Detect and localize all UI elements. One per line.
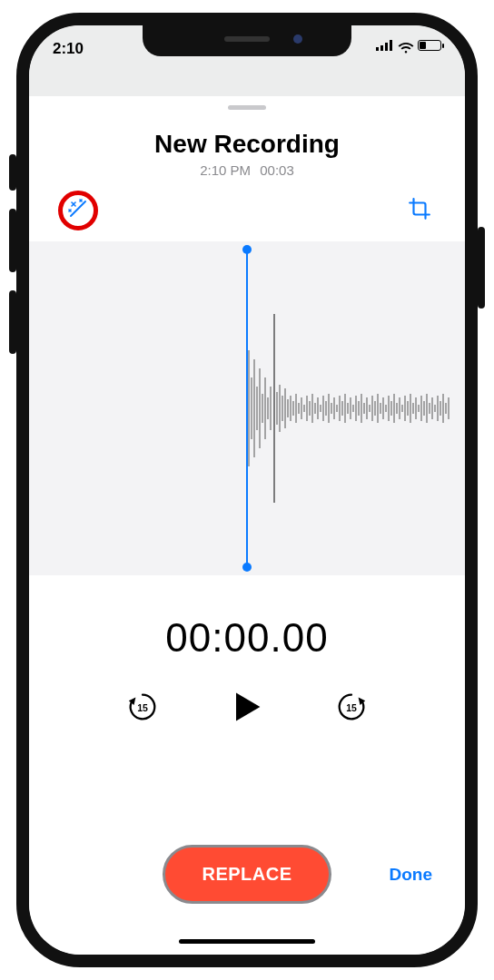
recording-timestamp: 2:10 PM	[200, 162, 251, 178]
enhance-button[interactable]	[58, 191, 98, 230]
done-button[interactable]: Done	[390, 865, 433, 885]
battery-icon	[418, 40, 441, 51]
playback-timer: 00:00.00	[29, 615, 465, 661]
phone-volume-up	[9, 209, 16, 272]
skip-back-button[interactable]: 15	[124, 691, 161, 727]
phone-frame: 2:10 New Recording 2:10 PM 00:03	[16, 13, 478, 967]
crop-icon	[408, 197, 431, 224]
skip-back-15-icon: 15	[125, 690, 160, 728]
status-time: 2:10	[53, 40, 84, 58]
phone-notch	[143, 25, 351, 56]
play-icon	[231, 691, 263, 727]
svg-marker-83	[236, 692, 260, 720]
cellular-icon	[376, 40, 392, 51]
sheet-grabber[interactable]	[228, 105, 266, 110]
trim-button[interactable]	[407, 198, 432, 223]
recording-subtitle: 2:10 PM 00:03	[29, 162, 465, 178]
home-indicator[interactable]	[179, 939, 315, 944]
recording-duration: 00:03	[260, 162, 294, 178]
transport-controls: 15 15	[29, 688, 465, 730]
play-button[interactable]	[226, 688, 268, 730]
magic-wand-icon	[67, 198, 89, 223]
phone-silence-switch	[9, 154, 16, 191]
skip-forward-button[interactable]: 15	[333, 691, 370, 727]
edit-sheet: New Recording 2:10 PM 00:03	[29, 96, 465, 955]
waveform-area[interactable]	[29, 241, 465, 575]
replace-button[interactable]: REPLACE	[163, 845, 331, 904]
wifi-icon	[398, 40, 412, 51]
phone-volume-down	[9, 290, 16, 354]
svg-text:15: 15	[137, 703, 148, 713]
recording-title[interactable]: New Recording	[29, 130, 465, 159]
skip-forward-15-icon: 15	[334, 690, 369, 728]
svg-text:15: 15	[346, 703, 357, 713]
waveform-icon	[247, 241, 465, 575]
phone-power-button	[478, 227, 485, 309]
